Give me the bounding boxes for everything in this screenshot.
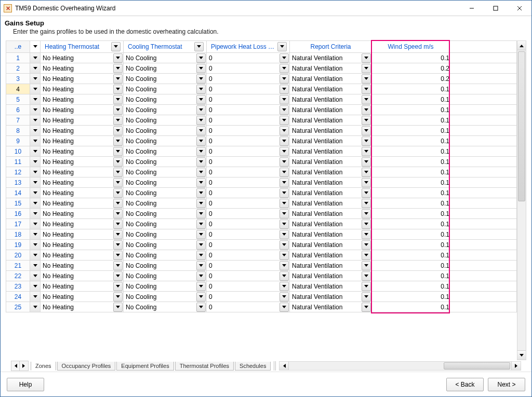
cell-heating[interactable]: No Heating (41, 74, 124, 84)
cell-report[interactable]: Natural Ventilation (290, 136, 372, 146)
cell-wind[interactable]: 0.1 (372, 209, 450, 219)
col-header-wind[interactable]: Wind Speed m/s (372, 41, 450, 53)
cell-report[interactable]: Natural Ventilation (290, 281, 372, 292)
cell-wind[interactable]: 0.1 (372, 240, 450, 250)
cell-heating[interactable]: No Heating (41, 63, 124, 74)
cell-cooling[interactable]: No Cooling (124, 188, 207, 198)
cell-cooling[interactable]: No Cooling (124, 63, 207, 74)
cell-cooling[interactable]: No Cooling (124, 126, 207, 136)
row-number[interactable]: 21 (6, 261, 30, 271)
row-extra-dropdown[interactable] (30, 157, 41, 167)
row-number[interactable]: 13 (6, 177, 30, 188)
row-number[interactable]: 14 (6, 188, 30, 198)
row-extra-dropdown[interactable] (30, 302, 41, 312)
cell-cooling[interactable]: No Cooling (124, 250, 207, 261)
row-number[interactable]: 24 (6, 292, 30, 302)
cell-wind[interactable]: 0.1 (372, 261, 450, 271)
scroll-thumb[interactable] (518, 51, 525, 201)
cell-cooling[interactable]: No Cooling (124, 84, 207, 94)
cell-heating[interactable]: No Heating (41, 281, 124, 292)
cell-pipework[interactable]: 0 (207, 261, 290, 271)
row-number[interactable]: 3 (6, 74, 30, 84)
cell-wind[interactable]: 0.1 (372, 177, 450, 188)
cell-report[interactable]: Natural Ventilation (290, 115, 372, 126)
row-extra-dropdown[interactable] (30, 229, 41, 240)
cell-report[interactable]: Natural Ventilation (290, 84, 372, 94)
cell-heating[interactable]: No Heating (41, 146, 124, 157)
cell-heating[interactable]: No Heating (41, 292, 124, 302)
row-extra-dropdown[interactable] (30, 53, 41, 63)
cell-pipework[interactable]: 0 (207, 157, 290, 167)
cell-wind[interactable]: 0.1 (372, 94, 450, 105)
cell-cooling[interactable]: No Cooling (124, 292, 207, 302)
cell-pipework[interactable]: 0 (207, 167, 290, 177)
cell-report[interactable]: Natural Ventilation (290, 292, 372, 302)
cell-report[interactable]: Natural Ventilation (290, 188, 372, 198)
cell-report[interactable]: Natural Ventilation (290, 105, 372, 115)
cell-pipework[interactable]: 0 (207, 271, 290, 281)
row-number[interactable]: 20 (6, 250, 30, 261)
row-number[interactable]: 8 (6, 126, 30, 136)
cell-wind[interactable]: 0.1 (372, 84, 450, 94)
cell-pipework[interactable]: 0 (207, 74, 290, 84)
row-number[interactable]: 2 (6, 63, 30, 74)
cell-heating[interactable]: No Heating (41, 136, 124, 146)
cell-cooling[interactable]: No Cooling (124, 271, 207, 281)
row-number[interactable]: 1 (6, 53, 30, 63)
hscroll-track[interactable] (289, 362, 511, 370)
cell-pipework[interactable]: 0 (207, 115, 290, 126)
cell-report[interactable]: Natural Ventilation (290, 177, 372, 188)
close-button[interactable] (508, 1, 531, 16)
cell-heating[interactable]: No Heating (41, 84, 124, 94)
cell-wind[interactable]: 0.1 (372, 219, 450, 229)
cell-cooling[interactable]: No Cooling (124, 229, 207, 240)
cell-heating[interactable]: No Heating (41, 302, 124, 312)
cell-wind[interactable]: 0.2 (372, 74, 450, 84)
cell-report[interactable]: Natural Ventilation (290, 167, 372, 177)
row-number[interactable]: 19 (6, 240, 30, 250)
row-number[interactable]: 5 (6, 94, 30, 105)
cell-report[interactable]: Natural Ventilation (290, 209, 372, 219)
cell-wind[interactable]: 0.2 (372, 63, 450, 74)
cell-heating[interactable]: No Heating (41, 188, 124, 198)
minimize-button[interactable] (460, 1, 484, 16)
next-button[interactable]: Next > (488, 378, 525, 391)
cell-wind[interactable]: 0.1 (372, 126, 450, 136)
cell-wind[interactable]: 0.1 (372, 281, 450, 292)
cell-report[interactable]: Natural Ventilation (290, 157, 372, 167)
tab-scroll-left[interactable] (11, 361, 20, 371)
scroll-left-button[interactable] (280, 362, 289, 370)
tab-scroll-right[interactable] (20, 361, 28, 371)
cell-pipework[interactable]: 0 (207, 94, 290, 105)
cell-heating[interactable]: No Heating (41, 219, 124, 229)
cell-wind[interactable]: 0.1 (372, 136, 450, 146)
cell-heating[interactable]: No Heating (41, 229, 124, 240)
cell-pipework[interactable]: 0 (207, 281, 290, 292)
cell-report[interactable]: Natural Ventilation (290, 146, 372, 157)
cell-report[interactable]: Natural Ventilation (290, 63, 372, 74)
cell-cooling[interactable]: No Cooling (124, 219, 207, 229)
cell-wind[interactable]: 0.1 (372, 292, 450, 302)
cell-heating[interactable]: No Heating (41, 261, 124, 271)
row-extra-dropdown[interactable] (30, 63, 41, 74)
row-extra-dropdown[interactable] (30, 209, 41, 219)
cell-pipework[interactable]: 0 (207, 84, 290, 94)
cell-heating[interactable]: No Heating (41, 198, 124, 209)
cell-report[interactable]: Natural Ventilation (290, 74, 372, 84)
cell-wind[interactable]: 0.1 (372, 105, 450, 115)
row-extra-dropdown[interactable] (30, 74, 41, 84)
cell-heating[interactable]: No Heating (41, 167, 124, 177)
row-number[interactable]: 17 (6, 219, 30, 229)
cell-report[interactable]: Natural Ventilation (290, 271, 372, 281)
tab-schedules[interactable]: Schedules (235, 362, 271, 371)
cell-cooling[interactable]: No Cooling (124, 105, 207, 115)
cell-report[interactable]: Natural Ventilation (290, 302, 372, 312)
row-number[interactable]: 18 (6, 229, 30, 240)
scroll-track[interactable] (517, 50, 526, 350)
cell-cooling[interactable]: No Cooling (124, 261, 207, 271)
cell-pipework[interactable]: 0 (207, 53, 290, 63)
cell-cooling[interactable]: No Cooling (124, 94, 207, 105)
cell-pipework[interactable]: 0 (207, 250, 290, 261)
back-button[interactable]: < Back (446, 378, 484, 391)
cell-pipework[interactable]: 0 (207, 63, 290, 74)
